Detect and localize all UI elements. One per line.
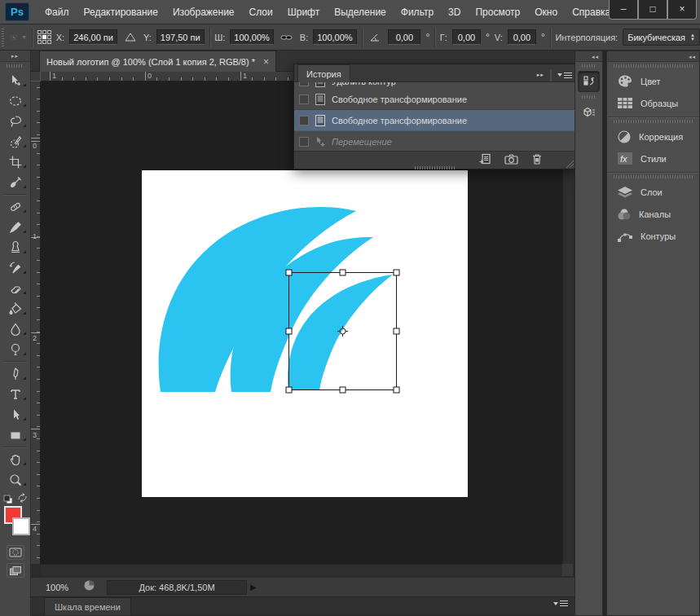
x-position-field[interactable]: 246,00 пи (69, 29, 117, 45)
menu-window[interactable]: Окно (527, 0, 565, 24)
history-state-icon (314, 93, 327, 106)
horizontal-scrollbar[interactable] (41, 564, 562, 576)
menu-image[interactable]: Изображение (165, 0, 242, 24)
menu-layers[interactable]: Слои (242, 0, 280, 24)
menu-type[interactable]: Шрифт (280, 0, 327, 24)
history-source-checkbox[interactable] (299, 116, 309, 125)
quick-selection-tool[interactable] (0, 131, 31, 152)
collapse-toolbar-icon[interactable]: ▸▸ (0, 51, 30, 62)
status-expand-arrow[interactable]: ▶ (250, 583, 257, 592)
panel-resize-gripper[interactable] (415, 166, 456, 169)
history-state-row[interactable]: Удалить контур (294, 82, 575, 89)
collapse-dock-icon[interactable]: ◂◂ (607, 51, 699, 62)
background-color-swatch[interactable] (12, 517, 30, 535)
marquee-tool[interactable] (0, 90, 31, 111)
styles-panel-tab[interactable]: fx Стили (607, 147, 699, 169)
blur-tool[interactable] (0, 319, 31, 339)
photoshop-logo: Ps (5, 2, 29, 21)
history-state-row-disabled[interactable]: Перемещение (294, 131, 575, 152)
paths-panel-tab[interactable]: Контуры (607, 225, 699, 247)
path-selection-tool[interactable] (0, 404, 31, 425)
channels-panel-tab[interactable]: Каналы (607, 203, 699, 225)
panel-resize-corner[interactable] (566, 160, 574, 168)
clone-stamp-tool[interactable] (0, 237, 31, 257)
dodge-tool[interactable] (0, 339, 31, 359)
type-tool[interactable] (0, 384, 31, 404)
reference-point-locator[interactable] (37, 30, 51, 44)
color-panel-tab[interactable]: Цвет (607, 70, 699, 92)
menu-bar: Ps Файл Редактирование Изображение Слои … (0, 0, 700, 24)
x-label: X: (56, 33, 64, 42)
y-position-field[interactable]: 197,50 пи (156, 29, 205, 45)
menu-filter[interactable]: Фильтр (394, 0, 441, 24)
lasso-tool[interactable] (0, 111, 31, 131)
pen-tool[interactable] (0, 363, 31, 384)
shape-tool[interactable] (0, 425, 31, 445)
paint-bucket-tool[interactable] (0, 298, 31, 319)
separator (209, 28, 210, 47)
swatches-panel-tab[interactable]: Образцы (607, 92, 699, 114)
collapse-panel-icon[interactable]: ▸▸ (537, 72, 544, 78)
zoom-level[interactable]: 100% (46, 583, 78, 592)
eyedropper-tool[interactable] (0, 172, 31, 192)
relative-position-toggle[interactable] (122, 29, 139, 46)
history-source-checkbox[interactable] (299, 137, 309, 147)
close-button[interactable]: × (667, 0, 697, 20)
height-scale-field[interactable]: 100,00% (313, 29, 356, 45)
hand-tool[interactable] (0, 449, 31, 469)
crop-tool[interactable] (0, 152, 31, 172)
properties-3d-dock-button[interactable] (578, 102, 600, 123)
history-dock-button[interactable] (578, 71, 600, 92)
v-skew-field[interactable]: 0,00 (508, 29, 536, 45)
menu-view[interactable]: Просмотр (468, 0, 527, 24)
interpolation-label: Интерполяция: (555, 33, 618, 42)
adjustments-panel-tab[interactable]: Коррекция (607, 125, 699, 147)
interpolation-select[interactable]: Бикубическая ▲▼ (623, 29, 700, 46)
zoom-tool[interactable] (0, 469, 31, 490)
status-bar: 100% Док: 468,8K/1,50M ▶ (31, 577, 575, 596)
collapse-dock-icon[interactable]: ◂◂ (575, 51, 602, 62)
timeline-menu-icon[interactable] (553, 601, 568, 606)
timeline-tab[interactable]: Шкала времени (44, 597, 131, 615)
healing-brush-tool[interactable] (0, 196, 31, 217)
degree-symbol: ° (425, 32, 429, 43)
quick-mask-button[interactable] (7, 545, 24, 560)
menu-select[interactable]: Выделение (327, 0, 394, 24)
menu-3d[interactable]: 3D (441, 0, 468, 24)
history-panel-header: История ▸▸ | (294, 64, 575, 82)
brush-tool[interactable] (0, 217, 31, 237)
default-colors-icon[interactable] (3, 493, 13, 503)
history-source-checkbox[interactable] (299, 82, 309, 86)
layers-panel-tab[interactable]: Слои (607, 181, 699, 203)
rotation-field[interactable]: 0,00 (388, 29, 420, 45)
sync-status-icon[interactable] (83, 579, 95, 595)
tab-close-icon[interactable]: × (263, 56, 269, 68)
h-skew-field[interactable]: 0,00 (452, 29, 481, 45)
chevron-down-icon: ▼ (21, 34, 27, 40)
move-tool[interactable] (0, 70, 31, 90)
document-canvas[interactable] (142, 170, 468, 497)
new-document-from-state-icon[interactable] (478, 153, 491, 168)
delete-state-trash-icon[interactable] (531, 153, 543, 168)
snapshot-camera-icon[interactable] (504, 153, 518, 168)
history-state-row-selected[interactable]: Свободное трансформирование (294, 110, 575, 131)
swap-colors-icon[interactable] (17, 493, 28, 504)
dock-divider (607, 172, 699, 173)
menu-file[interactable]: Файл (37, 0, 77, 24)
eraser-tool[interactable] (0, 278, 31, 298)
history-state-row[interactable]: Свободное трансформирование (294, 89, 575, 110)
history-menu-icon[interactable] (557, 73, 572, 78)
transform-tool-icon[interactable]: ▼ (11, 29, 27, 46)
document-tab[interactable]: Новый логотип @ 100% (Слой 1 копия 2, RG… (39, 51, 276, 72)
document-size-info[interactable]: Док: 468,8K/1,50M (107, 580, 247, 595)
screen-mode-button[interactable] (7, 563, 24, 578)
maximize-button[interactable]: □ (638, 0, 667, 20)
minimize-button[interactable]: – (609, 0, 638, 20)
menu-edit[interactable]: Редактирование (77, 0, 165, 24)
history-tab[interactable]: История (297, 64, 350, 82)
link-dimensions-icon[interactable] (279, 29, 295, 46)
history-brush-tool[interactable] (0, 257, 31, 278)
width-scale-field[interactable]: 100,00% (230, 29, 273, 45)
dock-divider (607, 117, 699, 117)
history-source-checkbox[interactable] (299, 95, 309, 104)
